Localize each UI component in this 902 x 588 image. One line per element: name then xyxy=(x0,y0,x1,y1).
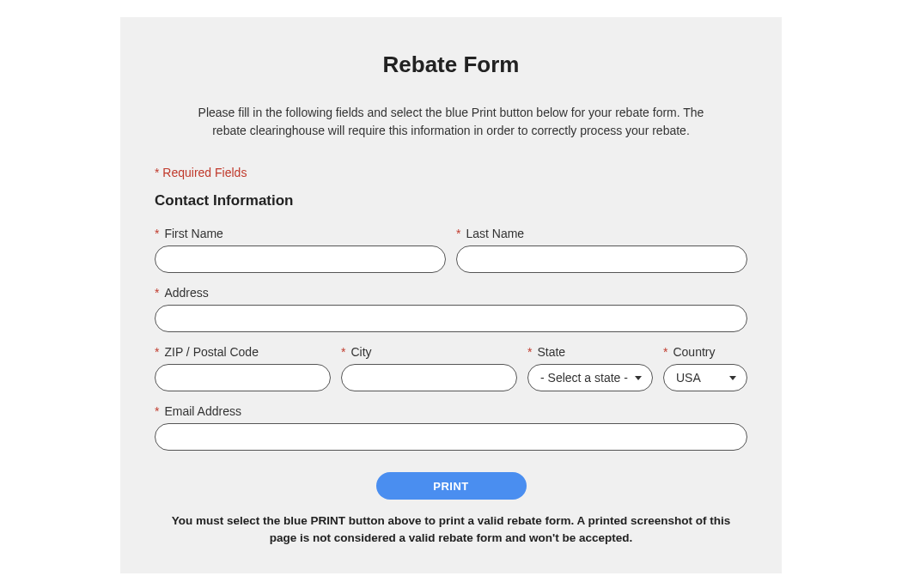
label-last-name: *Last Name xyxy=(456,227,747,240)
required-star: * xyxy=(155,286,159,300)
required-star: * xyxy=(155,227,159,240)
field-zip: *ZIP / Postal Code xyxy=(155,345,331,391)
row-name: *First Name *Last Name xyxy=(155,227,747,273)
label-address: *Address xyxy=(155,286,747,300)
field-state: *State - Select a state - xyxy=(527,345,653,391)
row-location: *ZIP / Postal Code *City *State - Select… xyxy=(155,345,747,391)
field-address: *Address xyxy=(155,286,747,332)
country-select[interactable]: USA xyxy=(663,364,747,391)
label-zip: *ZIP / Postal Code xyxy=(155,345,331,359)
field-city: *City xyxy=(341,345,517,391)
section-heading-contact: Contact Information xyxy=(155,192,747,209)
label-email: *Email Address xyxy=(155,404,747,418)
required-fields-legend: * Required Fields xyxy=(155,166,747,179)
last-name-input[interactable] xyxy=(456,246,747,273)
required-star: * xyxy=(456,227,460,240)
email-input[interactable] xyxy=(155,423,747,451)
required-star: * xyxy=(527,345,532,359)
field-first-name: *First Name xyxy=(155,227,446,273)
label-state: *State xyxy=(527,345,653,359)
row-address: *Address xyxy=(155,286,747,332)
state-select[interactable]: - Select a state - xyxy=(527,364,653,391)
first-name-input[interactable] xyxy=(155,246,446,273)
footer-note: You must select the blue PRINT button ab… xyxy=(159,512,743,548)
print-button-wrap: PRINT xyxy=(155,472,747,500)
required-star: * xyxy=(341,345,345,359)
field-email: *Email Address xyxy=(155,404,747,451)
row-email: *Email Address xyxy=(155,404,747,451)
label-country: *Country xyxy=(663,345,747,359)
required-star: * xyxy=(155,345,159,359)
address-input[interactable] xyxy=(155,305,747,332)
rebate-form-container: Rebate Form Please fill in the following… xyxy=(120,17,782,573)
label-city: *City xyxy=(341,345,517,359)
required-star: * xyxy=(155,404,159,418)
required-star: * xyxy=(663,345,667,359)
field-country: *Country USA xyxy=(663,345,747,391)
page-title: Rebate Form xyxy=(155,52,747,78)
field-last-name: *Last Name xyxy=(456,227,747,273)
form-description: Please fill in the following fields and … xyxy=(185,104,717,140)
zip-input[interactable] xyxy=(155,364,331,391)
print-button[interactable]: PRINT xyxy=(376,472,527,500)
city-input[interactable] xyxy=(341,364,517,391)
label-first-name: *First Name xyxy=(155,227,446,240)
